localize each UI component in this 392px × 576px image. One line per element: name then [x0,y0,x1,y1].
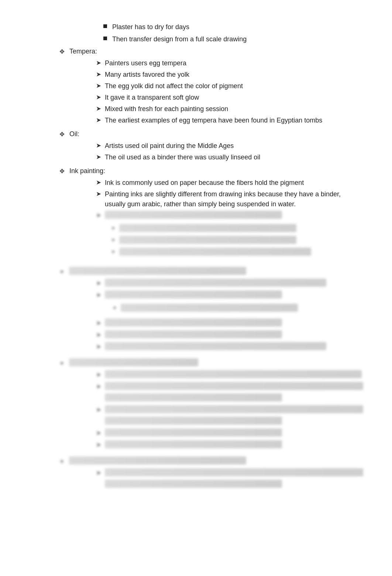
list-item: ✦ [111,224,311,234]
list-item: ➤ [96,405,362,427]
section-header: ✦ [30,358,362,369]
list-item: ➤ Many artists favored the yolk [96,70,362,80]
square-bullet-list: Plaster has to dry for days Then transfe… [30,22,362,44]
list-item: ➤ Mixed with fresh for each painting ses… [96,104,362,114]
arrow-icon: ➤ [96,81,101,91]
item-text: The earliest examples of egg tempera hav… [105,115,322,125]
diamond-icon: ❖ [59,47,65,57]
blurred-text [105,405,363,427]
blurred-text [105,211,282,219]
arrow-icon: ➤ [96,318,101,328]
arrow-icon: ➤ [96,211,101,220]
arrow-icon: ➤ [96,70,101,79]
list-item: ➤ The earliest examples of egg tempera h… [96,115,362,125]
list-item: ➤ Painting inks are slightly different f… [96,189,362,209]
arrow-icon: ➤ [96,382,101,392]
item-text: Plaster has to dry for days [112,22,189,32]
list-item: ➤ The egg yolk did not affect the color … [96,81,362,91]
arrow-icon: ➤ [96,141,101,151]
list-item: ➤ [96,342,362,352]
sub-bullet-icon: ✦ [111,224,116,233]
list-item: ➤ [96,330,362,341]
arrow-icon: ➤ [96,58,101,68]
section-header: ❖ Oil: [30,129,362,139]
blurred-text [105,382,363,404]
section-title: Tempera: [69,46,97,56]
arrow-icon: ➤ [96,440,101,450]
section-blurred-3: ✦ ➤ [30,456,362,490]
arrow-icon: ➤ [96,279,101,288]
arrow-icon: ➤ [96,428,101,438]
blurred-title [69,456,246,465]
section-blurred-1: ✦ ➤ ➤ ✦ ➤ [30,267,362,352]
list-item: ✦ [111,248,311,258]
blurred-title [69,358,198,366]
arrow-icon: ➤ [96,104,101,114]
section-header: ✦ [30,456,362,467]
list-item: ➤ [96,468,362,490]
section-blurred-2: ✦ ➤ ➤ ➤ ➤ [30,358,362,451]
section-ink: ❖ Ink painting: ➤ Ink is commonly used o… [30,166,362,261]
arrow-icon: ➤ [96,370,101,380]
list-item: ➤ [96,318,362,329]
blurred-text [105,279,326,287]
item-text: Many artists favored the yolk [105,70,189,80]
list-item: ➤ [96,428,362,439]
list-item: ✦ [111,236,311,246]
oil-arrow-list: ➤ Artists used oil paint during the Midd… [30,141,362,162]
square-bullet-icon [103,24,107,28]
page-content: Plaster has to dry for days Then transfe… [30,22,362,490]
blurred-text [105,342,326,350]
blurred-text [119,248,311,256]
blurred-text [105,318,282,327]
list-item: ➤ [96,440,362,451]
list-item: ➤ [96,370,362,380]
blurred-text [105,330,282,338]
item-text: Painters users egg tempera [105,58,186,68]
section-header: ❖ Tempera: [30,46,362,57]
section-oil: ❖ Oil: ➤ Artists used oil paint during t… [30,129,362,162]
item-text: Then transfer design from a full scale d… [112,34,247,44]
blurred-arrow-list-2: ➤ ➤ ➤ ➤ ➤ [30,370,362,451]
list-item: ➤ ✦ [96,290,362,317]
blurred-text [119,236,296,244]
arrow-icon: ➤ [96,152,101,162]
list-item: ➤ [96,382,362,404]
diamond-icon: ✦ [59,359,65,369]
arrow-icon: ➤ [96,290,101,300]
section-tempera: ❖ Tempera: ➤ Painters users egg tempera … [30,46,362,125]
item-text: Mixed with fresh for each painting sessi… [105,104,228,114]
arrow-icon: ➤ [96,189,101,199]
sub-bullet-icon: ✦ [111,248,116,256]
item-text: The oil used as a binder there was usual… [105,152,260,162]
blurred-text [105,468,363,490]
arrow-icon: ➤ [96,115,101,125]
list-item: ➤ [96,279,362,289]
section-header: ❖ Ink painting: [30,166,362,176]
list-item: ➤ It gave it a transparent soft glow [96,93,362,103]
arrow-icon: ➤ [96,93,101,102]
tempera-arrow-list: ➤ Painters users egg tempera ➤ Many arti… [30,58,362,125]
diamond-icon: ✦ [59,457,65,467]
item-text: Painting inks are slightly different fro… [105,189,362,209]
blurred-text [105,370,362,378]
item-text: Ink is commonly used on paper because th… [105,178,304,188]
item-text: Artists used oil paint during the Middle… [105,141,234,151]
arrow-icon: ➤ [96,405,101,415]
blurred-text [105,440,282,448]
list-item: ➤ The oil used as a binder there was usu… [96,152,362,162]
arrow-icon: ➤ [96,342,101,352]
list-item: Plaster has to dry for days [103,22,362,32]
list-item: Then transfer design from a full scale d… [103,34,362,44]
blurred-text: ✦ [105,290,298,317]
section-title: Oil: [69,129,79,139]
item-text: The egg yolk did not affect the color of… [105,81,243,91]
list-item: ➤ Painters users egg tempera [96,58,362,68]
arrow-icon: ➤ [96,468,101,478]
blurred-title [69,267,246,275]
blurred-arrow-list-3: ➤ [30,468,362,490]
ink-arrow-list: ➤ Ink is commonly used on paper because … [30,178,362,261]
diamond-icon: ❖ [59,130,65,139]
square-bullet-icon [103,37,107,40]
arrow-icon: ➤ [96,330,101,340]
